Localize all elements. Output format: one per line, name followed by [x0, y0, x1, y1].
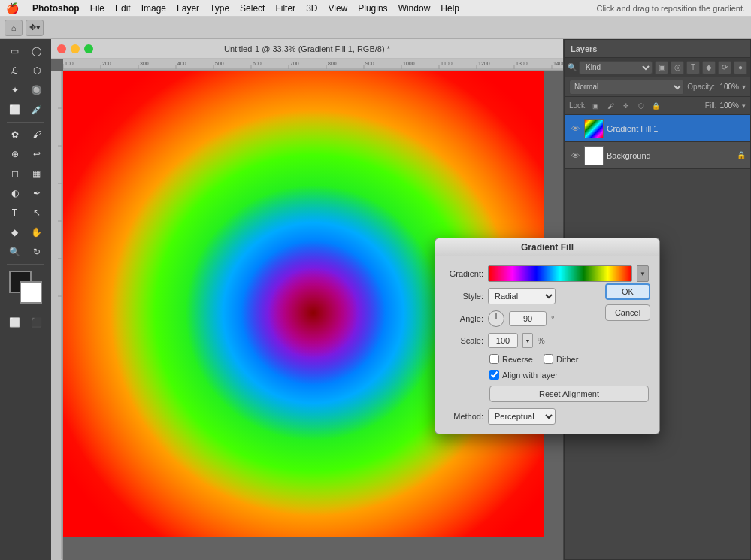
lasso-tool[interactable]: ℒ — [5, 62, 25, 80]
zoom-tool[interactable]: 🔍 — [5, 243, 25, 261]
degree-symbol: ° — [551, 314, 554, 323]
screen-mode-tool[interactable]: ⬛ — [26, 313, 47, 331]
menu-select[interactable]: Select — [240, 3, 265, 14]
layer-filter-toggle[interactable]: ● — [734, 61, 747, 74]
dither-checkbox-label[interactable]: Dither — [544, 354, 578, 364]
quick-mask-tool[interactable]: ⬜ — [5, 313, 25, 331]
ok-cancel-col: OK Cancel — [605, 283, 650, 321]
align-checkbox-label[interactable]: Align with layer — [489, 370, 558, 380]
style-select[interactable]: Linear Radial Angle Reflected Diamond — [488, 288, 556, 304]
reset-alignment-button[interactable]: Reset Alignment — [489, 386, 649, 402]
close-button[interactable] — [57, 44, 66, 53]
ok-button[interactable]: OK — [605, 283, 650, 300]
svg-text:1000: 1000 — [403, 61, 415, 66]
gradient-fill-dialog[interactable]: Gradient Fill OK Cancel Gradient: ▼ Styl… — [435, 238, 660, 434]
checkbox-row: Reverse Dither — [489, 354, 649, 364]
menu-edit[interactable]: Edit — [115, 3, 131, 14]
layer-filter-text[interactable]: T — [686, 61, 700, 74]
lock-all-icon[interactable]: 🔒 — [650, 100, 662, 112]
spot-heal-tool[interactable]: ✿ — [5, 126, 25, 144]
scale-label: Scale: — [446, 336, 483, 345]
cancel-button[interactable]: Cancel — [605, 304, 650, 321]
menu-3d[interactable]: 3D — [306, 3, 317, 14]
angle-wheel[interactable] — [488, 310, 504, 327]
angle-input[interactable] — [509, 311, 547, 326]
home-tool[interactable]: ⌂ — [5, 20, 23, 36]
rotate-tool[interactable]: ↻ — [26, 243, 47, 261]
crop-tool[interactable]: ⬜ — [5, 101, 25, 119]
path-select-tool[interactable]: ↖ — [26, 204, 47, 222]
menu-image[interactable]: Image — [141, 3, 166, 14]
layer-item-background[interactable]: 👁 Background 🔒 — [565, 142, 750, 169]
dodge-tool[interactable]: ◐ — [5, 184, 25, 202]
fill-arrow[interactable]: ▾ — [742, 102, 746, 110]
hand-tool[interactable]: ✋ — [26, 223, 47, 241]
lock-pixels-icon[interactable]: 🖌 — [605, 100, 617, 112]
gradient-dropdown-arrow[interactable]: ▼ — [637, 265, 649, 282]
fill-value: 100% — [719, 101, 739, 110]
layer-visibility-gradient[interactable]: 👁 — [569, 123, 581, 135]
svg-text:1100: 1100 — [441, 61, 453, 66]
menu-file[interactable]: File — [90, 3, 104, 14]
polygon-lasso-tool[interactable]: ⬡ — [26, 62, 47, 80]
eraser-tool[interactable]: ◻ — [5, 165, 25, 183]
gradient-tool[interactable]: ▦ — [26, 165, 47, 183]
menu-type[interactable]: Type — [210, 3, 229, 14]
minimize-button[interactable] — [71, 44, 80, 53]
menu-filter[interactable]: Filter — [275, 3, 295, 14]
stamp-tool[interactable]: ⊕ — [5, 145, 25, 163]
reverse-checkbox[interactable] — [489, 354, 499, 364]
history-tool[interactable]: ↩ — [26, 145, 47, 163]
layer-filter-adjust[interactable]: ◎ — [671, 61, 684, 74]
menu-help[interactable]: Help — [441, 3, 459, 14]
gradient-row: Gradient: ▼ — [446, 265, 649, 282]
layer-lock-icon: 🔒 — [737, 151, 746, 159]
search-icon: 🔍 — [568, 63, 577, 71]
marquee-ellipse-tool[interactable]: ◯ — [26, 42, 47, 60]
percent-symbol: % — [538, 336, 545, 345]
menu-view[interactable]: View — [328, 3, 347, 14]
background-color[interactable] — [20, 281, 42, 304]
align-row: Align with layer — [489, 370, 649, 380]
opacity-arrow[interactable]: ▾ — [742, 83, 746, 91]
dither-checkbox[interactable] — [544, 354, 553, 364]
method-select[interactable]: Perceptual Saturation Absolute — [488, 408, 556, 425]
layer-filter-smart[interactable]: ⟳ — [718, 61, 731, 74]
align-checkbox[interactable] — [489, 370, 499, 380]
reverse-checkbox-label[interactable]: Reverse — [489, 354, 533, 364]
svg-text:700: 700 — [290, 61, 299, 66]
lock-artboard-icon[interactable]: ⬡ — [635, 100, 647, 112]
marquee-rect-tool[interactable]: ▭ — [5, 42, 25, 60]
layer-item-gradient[interactable]: 👁 Gradient Fill 1 — [565, 115, 750, 142]
svg-text:300: 300 — [140, 61, 149, 66]
brush-tool[interactable]: 🖌 — [26, 126, 47, 144]
gradient-preview[interactable] — [488, 265, 632, 282]
maximize-button[interactable] — [84, 44, 93, 53]
text-tool[interactable]: T — [5, 204, 25, 222]
layer-filter-pixel[interactable]: ▣ — [655, 61, 668, 74]
method-row: Method: Perceptual Saturation Absolute — [446, 408, 649, 425]
menu-layer[interactable]: Layer — [177, 3, 199, 14]
move-tool[interactable]: ✥▾ — [26, 20, 44, 36]
menu-window[interactable]: Window — [398, 3, 431, 14]
align-label: Align with layer — [502, 371, 558, 380]
layer-visibility-background[interactable]: 👁 — [569, 150, 581, 162]
quick-select-tool[interactable]: 🔘 — [26, 81, 47, 99]
scale-dropdown-arrow[interactable]: ▼ — [522, 333, 533, 348]
magic-wand-tool[interactable]: ✦ — [5, 81, 25, 99]
layers-kind-select[interactable]: Kind — [579, 61, 653, 74]
menu-plugins[interactable]: Plugins — [358, 3, 387, 14]
lock-transparency-icon[interactable]: ▣ — [590, 100, 602, 112]
layers-title: Layers — [571, 44, 597, 53]
layer-filter-shape[interactable]: ◆ — [702, 61, 716, 74]
shape-tool[interactable]: ◆ — [5, 223, 25, 241]
style-label: Style: — [446, 292, 483, 301]
blend-mode-select[interactable]: Normal Multiply Screen Overlay — [569, 80, 684, 95]
layer-name-gradient: Gradient Fill 1 — [607, 124, 746, 133]
scale-input[interactable] — [488, 333, 518, 348]
eyedropper-tool[interactable]: 💉 — [26, 101, 47, 119]
pen-tool[interactable]: ✒ — [26, 184, 47, 202]
menubar-hint: Click and drag to reposition the gradien… — [596, 4, 745, 13]
lock-position-icon[interactable]: ✛ — [620, 100, 632, 112]
apple-menu[interactable]: 🍎 — [6, 2, 19, 14]
